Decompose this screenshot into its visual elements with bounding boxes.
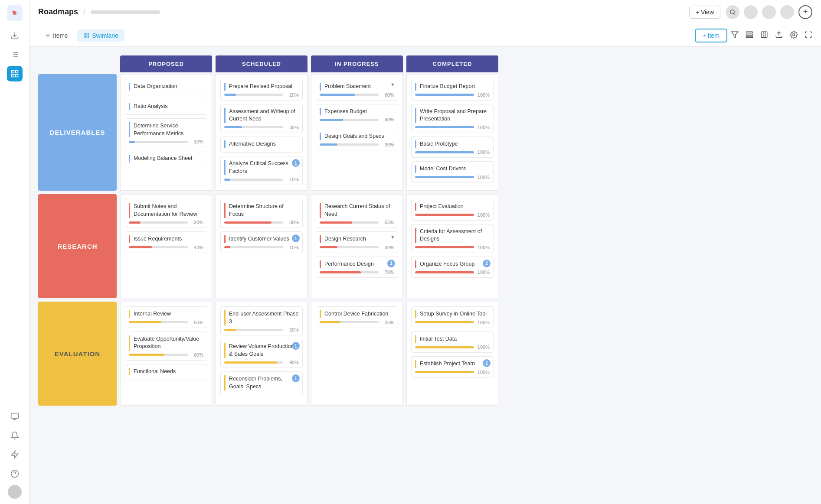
board-card[interactable]: Project Evaluation 100% — [411, 199, 494, 221]
avatar-3[interactable] — [780, 5, 794, 19]
card-title: Initial Test Data — [415, 335, 490, 343]
board-card[interactable]: Expenses Budget 40% — [316, 104, 398, 126]
board-card[interactable]: Write Proposal and Prepare Presentation … — [411, 104, 494, 133]
board-card[interactable]: Functional Needs — [125, 364, 207, 380]
app-logo[interactable] — [7, 5, 23, 21]
breadcrumb-path — [91, 10, 160, 14]
board-card[interactable]: Problem Statement 60% ▼ — [316, 79, 398, 101]
board-card[interactable]: Control Device Fabrication 35% — [316, 306, 398, 328]
card-title: Data Organization — [129, 83, 203, 91]
badge: 1 — [292, 342, 300, 350]
columns-icon[interactable] — [760, 31, 768, 40]
board-card[interactable]: Finalize Budget Report 100% — [411, 79, 494, 101]
board-card[interactable]: Analyze Critical Success Factors 10% 1 — [220, 156, 303, 185]
page-title: Roadmaps — [38, 7, 78, 16]
board-cell-deliverables-proposed: Data Organization Ratio Analysis Determi… — [120, 74, 212, 191]
board-cell-evaluation-scheduled: End-user Assessment Phase 3 20% Review V… — [216, 302, 307, 406]
board-card[interactable]: Modeling Balance Sheet — [125, 151, 207, 167]
card-title: Basic Prototype — [415, 140, 490, 148]
add-member-button[interactable]: + — [798, 5, 812, 19]
sidebar-roadmap-icon[interactable] — [7, 66, 23, 81]
svg-rect-29 — [746, 32, 753, 33]
card-title: Establish Project Team — [415, 360, 490, 368]
board-card[interactable]: Issue Requirements 40% — [125, 231, 207, 253]
col-header-empty — [38, 55, 118, 72]
card-title: Modeling Balance Sheet — [129, 155, 203, 163]
board-cell-research-scheduled: Determine Structure of Focus 80% Identif… — [216, 194, 307, 298]
card-title: Design Research — [320, 235, 394, 243]
avatar-2[interactable] — [762, 5, 776, 19]
board-card[interactable]: Criteria for Assessment of Designs 100% — [411, 224, 494, 253]
card-title: Identify Customer Values — [224, 235, 299, 243]
card-title: Expenses Budget — [320, 108, 394, 116]
board-card[interactable]: Determine Service Performance Metrics 10… — [125, 118, 207, 147]
board-card[interactable]: Basic Prototype 100% — [411, 137, 494, 158]
board-cell-research-proposed: Submit Notes and Documentation for Revie… — [120, 194, 212, 298]
badge: 1 — [387, 260, 395, 267]
board-card[interactable]: Setup Survey in Online Tool 100% — [411, 306, 494, 328]
card-title: Setup Survey in Online Tool — [415, 310, 490, 318]
board-card[interactable]: Identify Customer Values 10% 1 — [220, 231, 303, 253]
board-card[interactable]: Determine Structure of Focus 80% — [220, 199, 303, 228]
row-label-evaluation: EVALUATION — [38, 302, 117, 406]
card-title: End-user Assessment Phase 3 — [224, 310, 299, 325]
board-card[interactable]: Design Goals and Specs 30% — [316, 129, 398, 150]
svg-rect-32 — [761, 32, 767, 38]
board-card[interactable]: Prepare Revised Proposal 20% — [220, 79, 303, 101]
card-title: Submit Notes and Documentation for Revie… — [129, 203, 203, 218]
sidebar-help-icon[interactable] — [7, 466, 23, 481]
add-item-button[interactable]: + Item — [695, 29, 727, 42]
sidebar-person-icon[interactable] — [7, 409, 23, 424]
tab-swimlane[interactable]: Swimlane — [77, 29, 124, 42]
search-icon[interactable] — [726, 5, 739, 19]
svg-rect-26 — [87, 36, 88, 38]
user-avatar[interactable] — [8, 485, 22, 499]
board-card[interactable]: Performance Design 70% 1 — [316, 257, 398, 278]
board-card[interactable]: Establish Project Team 100% 2 — [411, 356, 494, 378]
board-cell-deliverables-inprogress: Problem Statement 60% ▼ Expenses Budget … — [311, 74, 403, 191]
card-title: Model Cost Drivers — [415, 165, 490, 173]
board-card[interactable]: Evaluate Opportunity/Value Proposition 6… — [125, 332, 207, 361]
board-card[interactable]: Internal Review 55% — [125, 306, 207, 328]
board-card[interactable]: End-user Assessment Phase 3 20% — [220, 306, 303, 335]
board-card[interactable]: Initial Test Data 100% — [411, 332, 494, 353]
export-icon[interactable] — [775, 31, 783, 40]
board-card[interactable]: Review Volume Production & Sales Goals 9… — [220, 339, 303, 368]
group-icon[interactable] — [746, 31, 753, 40]
board-cell-research-completed: Project Evaluation 100% Criteria for Ass… — [406, 194, 498, 298]
col-header-completed: COMPLETED — [406, 55, 498, 72]
board-card[interactable]: Reconsider Problems, Goals, Specs 1 — [220, 371, 303, 395]
sidebar-bell-icon[interactable] — [7, 428, 23, 443]
board-card[interactable]: Design Research 30% ▼ — [316, 231, 398, 253]
board-card[interactable]: Submit Notes and Documentation for Revie… — [125, 199, 207, 228]
board-card[interactable]: Ratio Analysis — [125, 99, 207, 115]
avatar-1[interactable] — [744, 5, 758, 19]
toolbar: Items Swimlane + Item — [29, 24, 821, 47]
settings-icon[interactable] — [790, 31, 798, 40]
sidebar-list-icon[interactable] — [7, 47, 23, 62]
card-title: Performance Design — [320, 260, 394, 268]
svg-rect-9 — [15, 71, 18, 73]
main-content: Roadmaps / + View + Items Swimlane + Ite… — [29, 0, 821, 504]
card-title: Control Device Fabrication — [320, 310, 394, 318]
card-title: Write Proposal and Prepare Presentation — [415, 108, 490, 123]
board-card[interactable]: Research Current Status of Need 55% — [316, 199, 398, 228]
dropdown-icon[interactable]: ▼ — [390, 234, 395, 240]
sidebar-download-icon[interactable] — [7, 28, 23, 43]
filter-icon[interactable] — [731, 31, 739, 40]
dropdown-icon[interactable]: ▼ — [390, 82, 395, 87]
svg-marker-28 — [732, 32, 738, 38]
card-title: Issue Requirements — [129, 235, 203, 243]
board-card[interactable]: Model Cost Drivers 100% — [411, 161, 494, 183]
board-card[interactable]: Data Organization — [125, 79, 207, 95]
fullscreen-icon[interactable] — [805, 31, 812, 40]
col-header-scheduled: SCHEDULED — [216, 55, 307, 72]
tab-items[interactable]: Items — [38, 29, 74, 42]
board-card[interactable]: Organize Focus Group 100% 2 — [411, 257, 494, 278]
board-card[interactable]: Assessment and Writeup of Current Need 3… — [220, 104, 303, 133]
badge: 1 — [292, 374, 300, 382]
add-view-button[interactable]: + View — [689, 6, 720, 19]
card-title: Functional Needs — [129, 368, 203, 376]
sidebar-lightning-icon[interactable] — [7, 447, 23, 462]
board-card[interactable]: Alternative Designs — [220, 137, 303, 153]
